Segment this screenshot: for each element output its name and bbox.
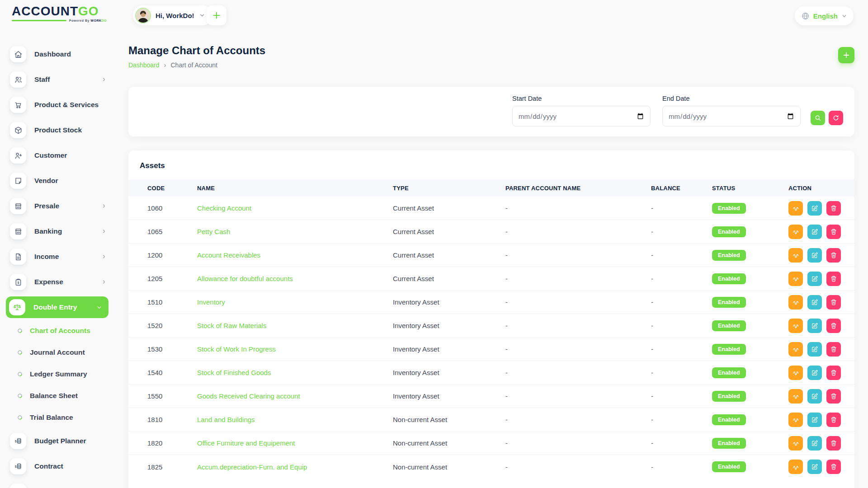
activity-icon bbox=[792, 392, 800, 400]
svg-text:$: $ bbox=[14, 465, 17, 469]
sidebar-subitem-ledger-summary[interactable]: Ledger Summary bbox=[0, 363, 118, 385]
sidebar-item-label: Expense bbox=[34, 278, 93, 286]
sidebar-subitem-chart-of-accounts[interactable]: Chart of Accounts bbox=[0, 320, 118, 342]
parent-account-name: - bbox=[505, 298, 651, 306]
activity-button[interactable] bbox=[788, 225, 803, 239]
edit-icon bbox=[811, 369, 818, 376]
sidebar-subitem-trial-balance[interactable]: Trial Balance bbox=[0, 407, 118, 428]
delete-button[interactable] bbox=[826, 413, 841, 427]
edit-button[interactable] bbox=[807, 225, 822, 239]
breadcrumb-separator: › bbox=[164, 61, 166, 69]
language-selector[interactable]: English bbox=[795, 6, 854, 25]
edit-button[interactable] bbox=[807, 272, 822, 286]
edit-button[interactable] bbox=[807, 295, 822, 310]
breadcrumb-home-link[interactable]: Dashboard bbox=[128, 61, 160, 69]
delete-button[interactable] bbox=[826, 342, 841, 357]
activity-button[interactable] bbox=[788, 248, 803, 263]
account-name-link[interactable]: Stock of Raw Materials bbox=[197, 322, 266, 329]
activity-button[interactable] bbox=[788, 272, 803, 286]
account-name-link[interactable]: Goods Received Clearing account bbox=[197, 392, 300, 400]
activity-button[interactable] bbox=[788, 460, 803, 474]
app-logo[interactable]: ACCOUNTGO Powered By WORKDO bbox=[12, 5, 107, 22]
sidebar-item-presale[interactable]: Presale bbox=[0, 193, 118, 219]
sidebar-item-customer[interactable]: Customer bbox=[0, 143, 118, 168]
quick-add-button[interactable] bbox=[207, 5, 226, 25]
account-name-link[interactable]: Checking Account bbox=[197, 204, 251, 212]
sidebar-subitem-journal-account[interactable]: Journal Account bbox=[0, 342, 118, 363]
edit-button[interactable] bbox=[807, 413, 822, 427]
activity-button[interactable] bbox=[788, 389, 803, 404]
parent-account-name: - bbox=[505, 463, 651, 471]
status-badge: Enabled bbox=[712, 391, 746, 402]
edit-button[interactable] bbox=[807, 319, 822, 333]
activity-button[interactable] bbox=[788, 295, 803, 310]
delete-button[interactable] bbox=[826, 436, 841, 450]
delete-button[interactable] bbox=[826, 225, 841, 239]
reset-button[interactable] bbox=[829, 111, 843, 125]
sidebar-item-income[interactable]: Income bbox=[0, 244, 118, 269]
chevron-right-icon bbox=[101, 229, 107, 234]
trash-icon bbox=[830, 416, 837, 423]
sidebar-item-partial[interactable] bbox=[0, 479, 118, 488]
sidebar-item-expense[interactable]: $ Expense bbox=[0, 269, 118, 295]
account-name-link[interactable]: Petty Cash bbox=[197, 228, 230, 235]
edit-icon bbox=[811, 393, 818, 400]
account-name-link[interactable]: Account Receivables bbox=[197, 251, 260, 259]
create-account-button[interactable] bbox=[838, 47, 854, 63]
edit-button[interactable] bbox=[807, 436, 822, 450]
delete-button[interactable] bbox=[826, 366, 841, 380]
sidebar-item-double-entry[interactable]: Double Entry bbox=[0, 295, 118, 320]
start-date-input[interactable] bbox=[512, 106, 651, 127]
activity-icon bbox=[792, 228, 800, 235]
search-button[interactable] bbox=[811, 111, 825, 125]
account-name-link[interactable]: Stock of Finished Goods bbox=[197, 369, 271, 376]
sidebar-item-banking[interactable]: Banking bbox=[0, 219, 118, 244]
table-row: 1540Stock of Finished GoodsInventory Ass… bbox=[128, 361, 854, 385]
delete-button[interactable] bbox=[826, 248, 841, 263]
activity-icon bbox=[792, 322, 800, 329]
activity-button[interactable] bbox=[788, 319, 803, 333]
account-name-link[interactable]: Accum.depreciation-Furn. and Equip bbox=[197, 463, 307, 471]
user-menu[interactable]: Hi, WorkDo! bbox=[133, 5, 212, 25]
account-code: 1065 bbox=[128, 228, 197, 235]
account-name-link[interactable]: Stock of Work In Progress bbox=[197, 345, 276, 353]
table-row: 1520Stock of Raw MaterialsInventory Asse… bbox=[128, 314, 854, 338]
sidebar-item-product-stock[interactable]: Product Stock bbox=[0, 117, 118, 143]
account-name-link[interactable]: Inventory bbox=[197, 298, 225, 306]
edit-button[interactable] bbox=[807, 342, 822, 357]
edit-button[interactable] bbox=[807, 460, 822, 474]
account-balance: - bbox=[651, 251, 712, 259]
sidebar-item-vendor[interactable]: Vendor bbox=[0, 168, 118, 193]
sidebar-item-product-services[interactable]: Product & Services bbox=[0, 92, 118, 117]
edit-button[interactable] bbox=[807, 248, 822, 263]
row-actions bbox=[788, 366, 854, 380]
sidebar-item-budget-planner[interactable]: $ Budget Planner bbox=[0, 428, 118, 454]
sidebar-item-label: Product Stock bbox=[34, 126, 118, 134]
account-name-link[interactable]: Allowance for doubtful accounts bbox=[197, 275, 293, 282]
sidebar-item-contract[interactable]: $ Contract bbox=[0, 454, 118, 479]
sidebar-item-dashboard[interactable]: Dashboard bbox=[0, 42, 118, 67]
delete-button[interactable] bbox=[826, 319, 841, 333]
bank-icon bbox=[10, 198, 26, 214]
account-name-link[interactable]: Office Furniture and Equipement bbox=[197, 439, 295, 447]
sidebar-subitem-label: Journal Account bbox=[30, 348, 85, 357]
activity-button[interactable] bbox=[788, 201, 803, 216]
edit-button[interactable] bbox=[807, 366, 822, 380]
sidebar-item-staff[interactable]: Staff bbox=[0, 67, 118, 92]
start-date-group: Start Date bbox=[512, 95, 651, 136]
edit-button[interactable] bbox=[807, 389, 822, 404]
delete-button[interactable] bbox=[826, 272, 841, 286]
end-date-input[interactable] bbox=[662, 106, 801, 127]
activity-button[interactable] bbox=[788, 413, 803, 427]
activity-button[interactable] bbox=[788, 366, 803, 380]
sidebar-subitem-balance-sheet[interactable]: Balance Sheet bbox=[0, 385, 118, 407]
sidebar-item-label: Product & Services bbox=[34, 101, 118, 109]
activity-button[interactable] bbox=[788, 436, 803, 450]
delete-button[interactable] bbox=[826, 460, 841, 474]
delete-button[interactable] bbox=[826, 201, 841, 216]
account-name-link[interactable]: Land and Buildings bbox=[197, 416, 255, 423]
delete-button[interactable] bbox=[826, 389, 841, 404]
edit-button[interactable] bbox=[807, 201, 822, 216]
activity-button[interactable] bbox=[788, 342, 803, 357]
delete-button[interactable] bbox=[826, 295, 841, 310]
